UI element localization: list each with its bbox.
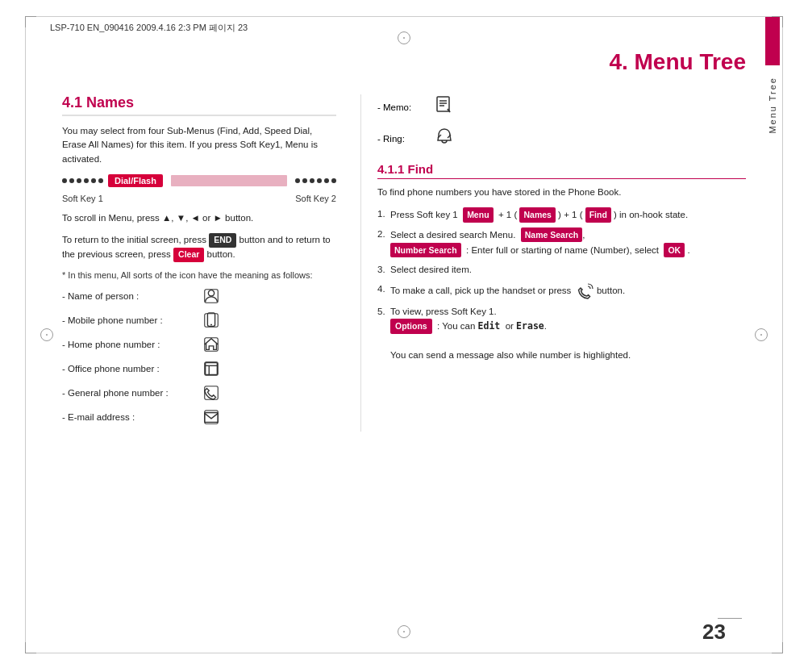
step-5-num: 5.	[377, 305, 390, 363]
dot	[77, 178, 81, 183]
step-3-num: 3.	[377, 263, 390, 278]
step-2: 2. Select a desired search Menu. Name Se…	[377, 227, 746, 258]
section-411-heading: 4.1.1 Find	[377, 162, 746, 179]
menu-badge: Menu	[463, 207, 493, 222]
number-search-badge: Number Search	[390, 243, 461, 257]
sidebar-accent: Menu Tree	[763, 17, 782, 653]
header-text: LSP-710 EN_090416 2009.4.16 2:3 PM 페이지 2…	[50, 23, 248, 32]
clear-badge: Clear	[173, 248, 204, 262]
office-icon	[199, 359, 223, 378]
reg-mark-top	[398, 31, 410, 44]
dot	[317, 178, 322, 183]
dot	[295, 178, 300, 183]
icon-row-email: - E-mail address :	[62, 407, 336, 427]
dot	[324, 178, 329, 183]
dot	[62, 178, 67, 183]
svg-rect-11	[205, 412, 219, 422]
step-1-num: 1.	[377, 207, 390, 223]
erase-text: Erase	[516, 320, 544, 332]
icon-list: - Name of person : - Mobile phone number…	[62, 286, 336, 427]
right-column: - Memo: - Ring:	[360, 94, 746, 432]
step-2-num: 2.	[377, 227, 390, 258]
dot	[331, 178, 336, 183]
step-5-content: To view, press Soft Key 1. Options : You…	[390, 305, 746, 363]
left-column: 4.1 Names You may select from four Sub-M…	[62, 94, 336, 432]
page-title: 4. Menu Tree	[62, 49, 746, 78]
scroll-text: To scroll in Menu, press ▲, ▼, ◄ or ► bu…	[62, 211, 336, 225]
icon-row-mobile: - Mobile phone number :	[62, 311, 336, 330]
return-text: To return to the initial screen, press E…	[62, 233, 336, 262]
ring-icon	[434, 126, 455, 151]
memo-ring-list: - Memo: - Ring:	[377, 94, 746, 151]
step-4-content: To make a call, pick up the handset or p…	[390, 282, 746, 300]
dot	[98, 178, 103, 183]
crop-mark-tl	[25, 16, 36, 27]
icon-row-office: - Office phone number :	[62, 359, 336, 378]
step-1: 1. Press Soft key 1 Menu + 1 ( Names ) +…	[377, 207, 746, 223]
reg-mark-left	[40, 328, 53, 341]
step-5: 5. To view, press Soft Key 1. Options : …	[377, 305, 746, 363]
dot	[91, 178, 96, 183]
icon-label-general: - General phone number :	[62, 388, 199, 398]
step-1-content: Press Soft key 1 Menu + 1 ( Names ) + 1 …	[390, 207, 746, 223]
email-icon	[199, 407, 223, 427]
dot	[302, 178, 307, 183]
end-badge: END	[209, 233, 236, 248]
sidebar-label: Menu Tree	[768, 77, 777, 134]
icon-label-mobile: - Mobile phone number :	[62, 315, 199, 325]
main-content: 4. Menu Tree 4.1 Names You may select fr…	[62, 49, 746, 620]
icon-row-person: - Name of person :	[62, 286, 336, 306]
page-number: 23	[702, 620, 726, 645]
key-labels: Soft Key 1 Soft Key 2	[62, 194, 336, 203]
page-container: LSP-710 EN_090416 2009.4.16 2:3 PM 페이지 2…	[25, 16, 783, 653]
step-4: 4. To make a call, pick up the handset o…	[377, 282, 746, 300]
step-4-num: 4.	[377, 282, 390, 300]
crop-mark-bl	[25, 642, 36, 653]
section-41-intro: You may select from four Sub-Menus (Find…	[62, 124, 336, 166]
ring-label: - Ring:	[377, 134, 434, 144]
step-3: 3. Select desired item.	[377, 263, 746, 278]
dot	[84, 178, 89, 183]
find-badge: Find	[585, 207, 611, 222]
columns-layout: 4.1 Names You may select from four Sub-M…	[62, 94, 746, 432]
mobile-icon	[199, 311, 223, 330]
dot	[310, 178, 314, 183]
section-41-heading: 4.1 Names	[62, 94, 336, 116]
icon-label-person: - Name of person :	[62, 291, 199, 301]
icon-label-office: - Office phone number :	[62, 364, 199, 374]
soft-key1-label: Soft Key 1	[62, 194, 103, 203]
edit-text: Edit	[478, 320, 501, 332]
dial-flash-row: Dial/Flash	[62, 174, 336, 187]
general-icon	[199, 383, 223, 403]
icon-label-email: - E-mail address :	[62, 412, 199, 422]
svg-rect-9	[205, 361, 219, 375]
return-text3: button.	[207, 249, 235, 259]
step-2-content: Select a desired search Menu. Name Searc…	[390, 227, 746, 258]
svg-point-0	[208, 290, 214, 295]
icon-row-general: - General phone number :	[62, 383, 336, 403]
name-search-badge: Name Search	[521, 227, 583, 242]
dial-flash-badge: Dial/Flash	[108, 174, 163, 187]
icon-label-home: - Home phone number :	[62, 340, 199, 349]
memo-row: - Memo:	[377, 94, 746, 119]
ok-badge: OK	[664, 243, 685, 257]
page-header: LSP-710 EN_090416 2009.4.16 2:3 PM 페이지 2…	[50, 22, 248, 34]
reg-mark-bottom	[398, 625, 410, 638]
bottom-line	[718, 618, 742, 619]
numbered-list: 1. Press Soft key 1 Menu + 1 ( Names ) +…	[377, 207, 746, 363]
options-badge: Options	[390, 319, 432, 333]
step-3-content: Select desired item.	[390, 263, 746, 278]
dots-right	[295, 178, 336, 183]
asterisk-note: * In this menu, All sorts of the icon ha…	[62, 270, 336, 280]
return-text1: To return to the initial screen, press	[62, 235, 206, 244]
names-badge: Names	[519, 207, 555, 222]
svg-rect-6	[206, 362, 218, 374]
accent-bar	[765, 17, 780, 65]
ring-row: - Ring:	[377, 126, 746, 151]
person-icon	[199, 286, 223, 306]
icon-row-home: - Home phone number :	[62, 335, 336, 354]
section-411-intro: To find phone numbers you have stored in…	[377, 186, 746, 199]
pink-bar	[171, 175, 287, 186]
memo-label: - Memo:	[377, 102, 434, 112]
soft-key2-label: Soft Key 2	[295, 194, 336, 203]
